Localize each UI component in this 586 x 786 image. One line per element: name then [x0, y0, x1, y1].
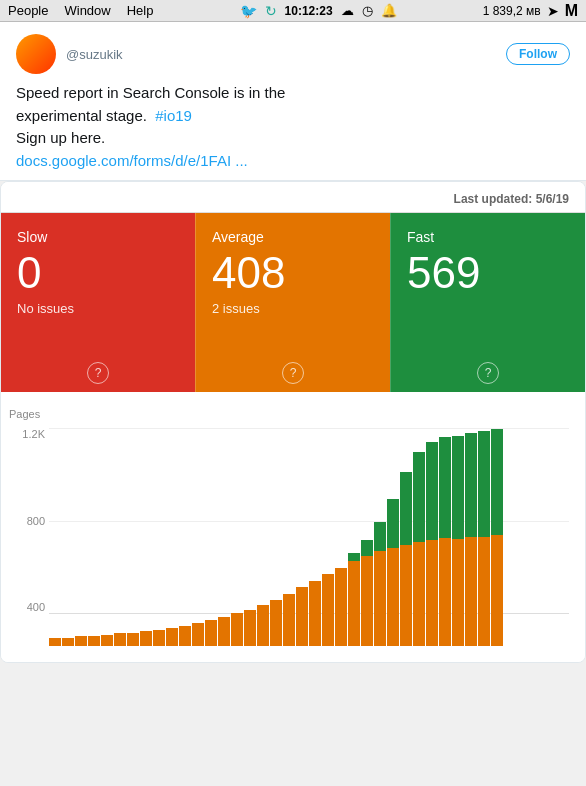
bar-segment-orange — [439, 538, 451, 646]
chart-container: Pages 1.2K 800 400 — [1, 392, 585, 662]
bar-segment-orange — [140, 631, 152, 646]
bar-group — [153, 630, 165, 646]
time-display: 10:12:23 — [285, 4, 333, 18]
average-issues: 2 issues — [212, 301, 374, 354]
speed-grid: Slow 0 No issues ? Average 408 2 issues … — [1, 212, 585, 392]
bar-segment-orange — [179, 626, 191, 646]
menubar-center: 🐦 ↻ 10:12:23 ☁ ◷ 🔔 — [153, 3, 482, 19]
bar-segment-orange — [452, 539, 464, 646]
tweet-text-line3: Sign up here. — [16, 129, 105, 146]
hashtag[interactable]: #io19 — [155, 107, 192, 124]
twitterrific-icon: 🐦 — [240, 3, 257, 19]
average-number: 408 — [212, 251, 374, 295]
bar-segment-orange — [387, 548, 399, 646]
tweet-text-line1: Speed report in Search Console is in the — [16, 84, 285, 101]
notification-icon: 🔔 — [381, 3, 397, 18]
bar-group — [205, 620, 217, 646]
bar-segment-green — [491, 429, 503, 535]
bar-group — [296, 587, 308, 646]
bar-segment-green — [439, 437, 451, 538]
help-menu[interactable]: Help — [127, 3, 154, 18]
bar-segment-orange — [465, 537, 477, 646]
bar-group — [439, 437, 451, 646]
bar-segment-orange — [322, 574, 334, 646]
bar-segment-orange — [400, 545, 412, 646]
bar-group — [88, 636, 100, 646]
slow-label: Slow — [17, 229, 179, 245]
fast-label: Fast — [407, 229, 569, 245]
tweet-container: @suzukik Follow Speed report in Search C… — [0, 22, 586, 181]
bar-group — [140, 631, 152, 646]
bar-group — [335, 568, 347, 646]
bar-segment-orange — [283, 594, 295, 646]
bar-segment-green — [413, 452, 425, 542]
bar-group — [192, 623, 204, 646]
bar-group — [491, 429, 503, 646]
bar-segment-orange — [62, 638, 74, 646]
bar-segment-orange — [478, 537, 490, 646]
bar-segment-orange — [75, 636, 87, 646]
bar-segment-green — [465, 433, 477, 537]
menubar-left: People Window Help — [8, 3, 153, 18]
y-tick-400: 400 — [9, 601, 45, 613]
bar-segment-orange — [114, 633, 126, 646]
bar-segment-orange — [413, 542, 425, 646]
window-menu[interactable]: Window — [64, 3, 110, 18]
bar-group — [400, 472, 412, 646]
bar-group — [166, 628, 178, 646]
fast-cell: Fast 569 ? — [390, 213, 585, 392]
bar-segment-green — [387, 499, 399, 548]
bar-segment-orange — [166, 628, 178, 646]
bar-group — [127, 633, 139, 646]
app-logo: M — [565, 2, 578, 20]
fast-number: 569 — [407, 251, 569, 295]
y-axis: 1.2K 800 400 — [9, 428, 45, 613]
chart-y-label: Pages — [9, 408, 40, 420]
bar-group — [283, 594, 295, 646]
tweet-text-line2: experimental stage. — [16, 107, 147, 124]
bar-group — [374, 522, 386, 646]
average-help-icon[interactable]: ? — [282, 362, 304, 384]
bar-segment-green — [478, 431, 490, 537]
avatar — [16, 34, 56, 74]
last-updated-value: 5/6/19 — [536, 192, 569, 206]
bar-segment-orange — [309, 581, 321, 646]
bar-group — [478, 431, 490, 646]
bar-segment-orange — [257, 605, 269, 646]
bar-segment-orange — [88, 636, 100, 646]
bar-group — [49, 638, 61, 646]
slow-help-icon[interactable]: ? — [87, 362, 109, 384]
bar-segment-orange — [361, 556, 373, 646]
average-label: Average — [212, 229, 374, 245]
follow-button[interactable]: Follow — [506, 43, 570, 65]
bar-group — [270, 600, 282, 646]
bar-segment-green — [348, 553, 360, 561]
bar-group — [244, 610, 256, 646]
bar-segment-orange — [335, 568, 347, 646]
bar-segment-orange — [192, 623, 204, 646]
tweet-header: @suzukik Follow — [16, 34, 570, 74]
bar-segment-green — [400, 472, 412, 545]
bar-segment-orange — [374, 551, 386, 646]
bar-segment-orange — [205, 620, 217, 646]
bar-segment-green — [452, 436, 464, 539]
bar-segment-orange — [426, 540, 438, 646]
bar-group — [413, 452, 425, 646]
bar-group — [101, 635, 113, 646]
bar-segment-orange — [491, 535, 503, 646]
bar-segment-orange — [348, 561, 360, 646]
y-tick-1200: 1.2K — [9, 428, 45, 440]
tweet-body: Speed report in Search Console is in the… — [16, 82, 570, 172]
bar-group — [257, 605, 269, 646]
bar-segment-orange — [127, 633, 139, 646]
fast-help-icon[interactable]: ? — [477, 362, 499, 384]
y-tick-800: 800 — [9, 515, 45, 527]
tweet-link[interactable]: docs.google.com/forms/d/e/1FAI ... — [16, 152, 248, 169]
people-menu[interactable]: People — [8, 3, 48, 18]
bar-group — [62, 638, 74, 646]
bar-chart — [49, 426, 569, 646]
bar-group — [231, 613, 243, 646]
bar-segment-orange — [296, 587, 308, 646]
last-updated: Last updated: 5/6/19 — [1, 182, 585, 212]
bar-segment-orange — [101, 635, 113, 646]
